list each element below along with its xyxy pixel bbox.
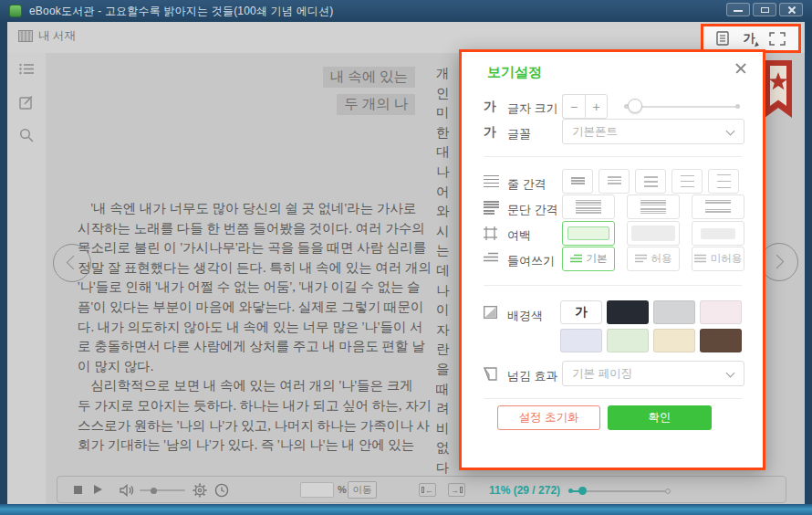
indent-icon: [484, 252, 498, 267]
bg-swatch-gray[interactable]: [653, 300, 695, 324]
left-sidebar: [7, 53, 46, 504]
confirm-button[interactable]: 확인: [608, 405, 712, 430]
background-color-icon: [484, 306, 497, 321]
bg-swatch-beige[interactable]: [653, 329, 695, 352]
progress-text: 11% (29 / 272): [489, 484, 560, 497]
indent-option-default-selected[interactable]: 기본: [562, 247, 615, 271]
toc-button[interactable]: [19, 62, 35, 79]
bg-swatch-pink[interactable]: [700, 300, 742, 324]
panel-title: 보기설정: [487, 64, 542, 81]
window-title: eBook도서관 - 고요할수록 밝아지는 것들(100쇄 기념 에디션): [29, 4, 333, 19]
bg-swatch-dark[interactable]: [607, 300, 649, 324]
chevron-down-icon: [726, 127, 735, 136]
tts-settings-button[interactable]: [193, 483, 207, 501]
chevron-left-icon: [67, 256, 81, 270]
play-button[interactable]: [94, 485, 102, 494]
book-body-text: '내 속엔 내가 너무도 많아 당신의 쉴 곳 없네'라는 가사로 시작하는 노…: [78, 199, 439, 456]
paragraph-spacing-option-1[interactable]: [562, 194, 615, 219]
progress-slider-handle[interactable]: [578, 487, 587, 495]
line-spacing-icon: [484, 175, 499, 188]
prev-page-button[interactable]: [53, 244, 91, 282]
paragraph-spacing-option-3[interactable]: [692, 194, 744, 219]
stop-button[interactable]: [74, 486, 82, 494]
indent-option-allow[interactable]: 허용: [627, 247, 680, 271]
font-family-select[interactable]: 기본폰트: [562, 119, 744, 144]
line-spacing-option-1[interactable]: [562, 169, 593, 194]
gear-icon: [193, 483, 207, 498]
margin-icon: [484, 226, 497, 243]
line-spacing-option-5[interactable]: [708, 169, 739, 194]
margin-option-3[interactable]: [692, 221, 744, 246]
paragraph-spacing-label: 문단 간격: [507, 202, 558, 218]
page-view-button[interactable]: [716, 31, 729, 46]
paragraph-spacing-option-2[interactable]: [627, 194, 680, 219]
volume-slider[interactable]: [140, 489, 185, 491]
maximize-button[interactable]: [753, 3, 776, 16]
note-button[interactable]: [19, 95, 34, 113]
minimize-button[interactable]: [726, 3, 750, 16]
line-spacing-option-3[interactable]: [635, 169, 666, 194]
font-size-slider[interactable]: [626, 106, 737, 108]
chevron-right-icon: [770, 255, 785, 269]
app-window: eBook도서관 - 고요할수록 밝아지는 것들(100쇄 기념 에디션) 내 …: [0, 0, 812, 515]
font-size-increase-button[interactable]: +: [585, 94, 608, 119]
font-size-icon: 가: [484, 99, 496, 115]
jump-end-icon: [460, 487, 463, 493]
background-color-label: 배경색: [507, 308, 543, 324]
percent-sign: %: [338, 484, 347, 495]
page-percent-input[interactable]: [300, 482, 334, 498]
font-settings-button[interactable]: 가: [743, 30, 755, 47]
toc-icon: [19, 63, 35, 75]
chevron-down-icon: [726, 369, 735, 378]
jump-to-start-button[interactable]: ←: [419, 483, 436, 497]
titlebar: eBook도서관 - 고요할수록 밝아지는 것들(100쇄 기념 에디션): [0, 0, 812, 22]
app-icon: [9, 5, 22, 17]
bg-swatch-green[interactable]: [607, 329, 649, 352]
page-effect-label: 넘김 효과: [507, 368, 558, 384]
my-library-label: 내 서재: [38, 28, 76, 44]
reset-settings-button[interactable]: 설정 초기화: [497, 405, 600, 430]
fullscreen-button[interactable]: [769, 32, 786, 46]
my-library-button[interactable]: 내 서재: [18, 28, 76, 44]
bg-swatch-brown[interactable]: [700, 329, 742, 352]
bg-swatch-lavender[interactable]: [560, 329, 602, 352]
indent-option-disallow[interactable]: 미허용: [692, 247, 744, 271]
line-spacing-option-4[interactable]: [671, 169, 703, 194]
chapter-title-line: 두 개의 나: [337, 94, 415, 115]
chapter-title-line: 내 속에 있는: [323, 67, 415, 88]
player-bar: % 이동 ← → 11% (29 / 272): [57, 476, 786, 503]
goto-button[interactable]: 이동: [348, 481, 377, 499]
next-page-button[interactable]: [760, 243, 798, 281]
search-icon: [19, 128, 34, 142]
font-size-label: 글자 크기: [507, 100, 558, 117]
jump-to-end-button[interactable]: →: [448, 483, 465, 497]
close-button[interactable]: [779, 3, 803, 16]
library-icon: [18, 30, 33, 42]
settings-panel-annotation: 보기설정 가 글자 크기 − + 가 글꼴 기본폰트: [459, 49, 765, 470]
maximize-icon: [761, 7, 769, 13]
margin-option-2[interactable]: [627, 221, 680, 246]
reading-timer-button[interactable]: [214, 483, 229, 501]
font-size-slider-handle[interactable]: [628, 99, 642, 113]
margin-option-1-selected[interactable]: [562, 221, 615, 246]
speaker-icon: [120, 484, 135, 497]
line-spacing-option-2[interactable]: [599, 169, 630, 194]
search-button[interactable]: [19, 128, 34, 146]
volume-slider-handle[interactable]: [151, 488, 157, 494]
progress-track[interactable]: [587, 490, 665, 492]
book-right-column-text: 개인 미한 대나 어와 시 는데 나이 자란 을 때 려 비 없다 하는 끼게 …: [436, 64, 461, 475]
bookmark-button[interactable]: [765, 60, 792, 128]
font-family-label: 글꼴: [507, 126, 531, 142]
minimize-icon: [734, 10, 743, 12]
page-view-icon: [716, 31, 729, 46]
line-spacing-label: 줄 간격: [507, 176, 547, 193]
page-effect-select[interactable]: 기본 페이징: [562, 361, 744, 386]
font-size-decrease-button[interactable]: −: [562, 94, 585, 119]
volume-button[interactable]: [120, 484, 135, 500]
margin-label: 여백: [507, 227, 531, 244]
bg-swatch-white[interactable]: 가: [560, 300, 602, 324]
indent-label: 들여쓰기: [507, 253, 555, 269]
panel-close-button[interactable]: [734, 61, 748, 76]
jump-start-icon: [422, 487, 424, 493]
window-bottom-border: [0, 504, 812, 515]
